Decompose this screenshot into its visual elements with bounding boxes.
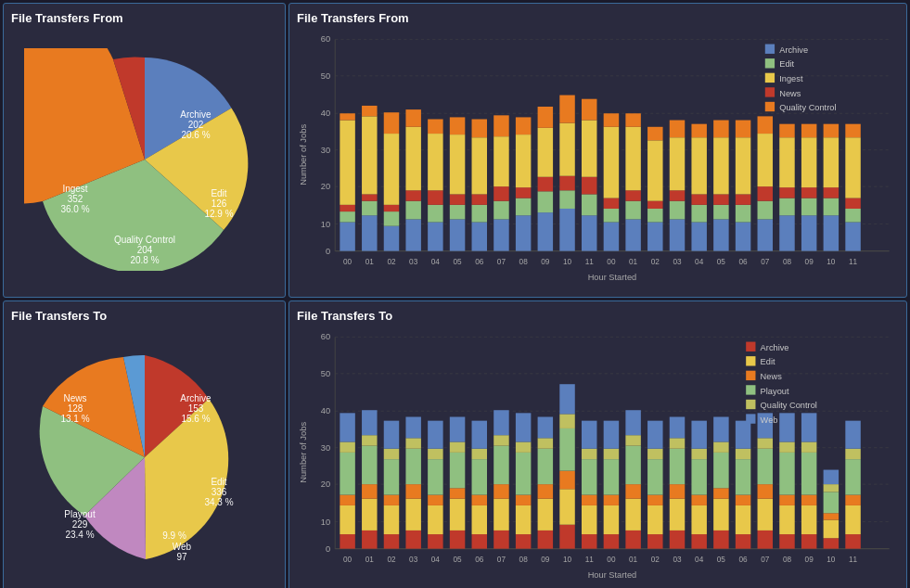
svg-rect-231 — [493, 484, 508, 499]
svg-text:Ingest: Ingest — [779, 74, 803, 83]
svg-rect-312 — [779, 413, 794, 441]
svg-rect-329 — [845, 449, 860, 459]
svg-rect-254 — [582, 505, 596, 534]
svg-text:Edit: Edit — [761, 358, 775, 367]
label-to-archive: Archive — [180, 393, 211, 403]
svg-rect-34 — [405, 127, 420, 190]
svg-text:07: 07 — [497, 556, 506, 564]
svg-rect-292 — [713, 453, 728, 488]
svg-rect-81 — [625, 219, 640, 250]
svg-rect-226 — [472, 459, 487, 494]
svg-rect-88 — [647, 201, 662, 209]
svg-rect-87 — [647, 209, 662, 223]
label-qc-pct: 20.8 % — [130, 255, 159, 265]
svg-rect-296 — [736, 505, 750, 534]
svg-rect-242 — [538, 499, 553, 530]
svg-rect-193 — [362, 530, 377, 549]
svg-rect-121 — [801, 215, 816, 250]
svg-rect-212 — [428, 505, 442, 534]
svg-rect-266 — [625, 499, 640, 530]
svg-rect-99 — [691, 137, 706, 194]
label-to-playout: Playout — [64, 509, 96, 519]
svg-rect-61 — [538, 212, 553, 251]
svg-text:40: 40 — [321, 406, 330, 415]
svg-rect-105 — [713, 121, 728, 138]
svg-rect-17 — [340, 211, 354, 222]
svg-text:06: 06 — [738, 556, 748, 564]
svg-text:07: 07 — [761, 556, 770, 564]
svg-rect-122 — [801, 198, 816, 216]
svg-rect-281 — [670, 438, 685, 448]
svg-rect-221 — [450, 442, 465, 453]
svg-rect-31 — [405, 219, 420, 250]
svg-rect-74 — [582, 121, 596, 177]
svg-rect-321 — [824, 513, 839, 519]
svg-text:02: 02 — [387, 556, 396, 564]
svg-rect-194 — [362, 499, 377, 530]
svg-rect-124 — [801, 137, 816, 187]
svg-rect-52 — [493, 201, 508, 220]
svg-text:Number of Jobs: Number of Jobs — [299, 422, 308, 483]
label-to-edit: Edit — [211, 477, 226, 487]
svg-rect-255 — [582, 495, 596, 505]
svg-rect-366 — [746, 415, 755, 424]
svg-text:60: 60 — [321, 333, 330, 342]
svg-rect-132 — [845, 209, 860, 223]
svg-rect-107 — [736, 205, 750, 223]
svg-rect-239 — [516, 442, 531, 453]
svg-rect-76 — [604, 223, 619, 251]
svg-rect-161 — [765, 45, 775, 54]
svg-rect-114 — [758, 134, 773, 186]
svg-text:20: 20 — [321, 182, 330, 191]
svg-rect-98 — [691, 194, 706, 204]
svg-rect-249 — [559, 471, 574, 490]
svg-rect-79 — [604, 127, 619, 198]
svg-rect-111 — [758, 219, 773, 250]
svg-rect-51 — [493, 219, 508, 250]
svg-text:03: 03 — [673, 258, 682, 266]
label-archive-val: 202 — [187, 120, 203, 130]
svg-rect-289 — [713, 530, 728, 549]
svg-rect-236 — [516, 505, 531, 534]
svg-rect-91 — [670, 219, 685, 250]
svg-text:10: 10 — [827, 258, 836, 266]
label-ingest: Ingest — [62, 184, 87, 194]
bars-group — [340, 96, 860, 251]
svg-text:Number of Jobs: Number of Jobs — [299, 124, 308, 185]
svg-rect-32 — [405, 201, 420, 220]
svg-rect-256 — [582, 459, 596, 494]
bottom-right-panel: File Transfers To 60 50 40 30 20 10 — [288, 300, 907, 588]
svg-rect-315 — [801, 495, 816, 505]
svg-rect-55 — [493, 115, 508, 136]
svg-rect-44 — [450, 134, 465, 194]
svg-rect-100 — [691, 124, 706, 138]
label-to-news: News — [63, 393, 86, 403]
pie-svg-from: Archive 202 20.6 % Edit 126 12.9 % Inges… — [24, 48, 265, 271]
svg-rect-273 — [647, 495, 662, 505]
svg-rect-190 — [340, 453, 354, 495]
svg-rect-78 — [604, 198, 619, 209]
svg-rect-276 — [647, 421, 662, 449]
svg-rect-323 — [824, 484, 839, 492]
svg-rect-251 — [559, 415, 574, 429]
svg-rect-128 — [824, 187, 839, 198]
bottom-right-title: File Transfers To — [297, 309, 899, 323]
svg-rect-270 — [625, 410, 640, 435]
svg-rect-42 — [450, 205, 465, 220]
svg-rect-260 — [604, 505, 619, 534]
svg-rect-82 — [625, 201, 640, 220]
svg-rect-325 — [845, 534, 860, 549]
svg-rect-278 — [670, 499, 685, 530]
svg-text:10: 10 — [827, 556, 836, 564]
svg-rect-228 — [472, 421, 487, 449]
label-to-edit-pct: 34.3 % — [204, 497, 233, 507]
svg-rect-94 — [670, 137, 685, 190]
svg-rect-288 — [691, 421, 706, 449]
svg-rect-64 — [538, 128, 553, 177]
svg-rect-56 — [516, 215, 531, 250]
svg-text:20: 20 — [321, 479, 330, 489]
label-to-news-pct: 13.1 % — [60, 414, 89, 424]
svg-rect-311 — [779, 442, 794, 453]
svg-rect-285 — [691, 495, 706, 505]
svg-text:Hour Started: Hour Started — [588, 273, 637, 282]
